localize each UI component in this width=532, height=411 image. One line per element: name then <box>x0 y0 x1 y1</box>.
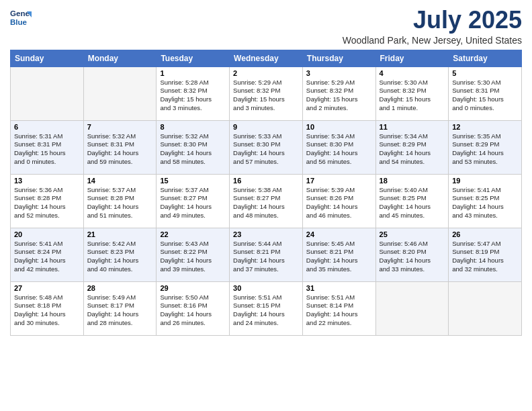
day-info: Sunrise: 5:42 AM Sunset: 8:23 PM Dayligh… <box>87 240 153 274</box>
table-row <box>375 281 449 335</box>
day-info: Sunrise: 5:41 AM Sunset: 8:24 PM Dayligh… <box>14 240 80 274</box>
day-info: Sunrise: 5:30 AM Sunset: 8:31 PM Dayligh… <box>452 79 518 113</box>
day-number: 29 <box>160 284 226 292</box>
day-number: 1 <box>160 69 226 77</box>
col-monday: Monday <box>83 50 157 66</box>
day-info: Sunrise: 5:44 AM Sunset: 8:21 PM Dayligh… <box>233 240 299 274</box>
day-info: Sunrise: 5:49 AM Sunset: 8:17 PM Dayligh… <box>87 293 153 328</box>
day-info: Sunrise: 5:39 AM Sunset: 8:26 PM Dayligh… <box>306 186 372 220</box>
table-row <box>83 66 157 120</box>
day-number: 15 <box>160 177 226 185</box>
calendar-week-row: 20Sunrise: 5:41 AM Sunset: 8:24 PM Dayli… <box>11 228 522 281</box>
day-info: Sunrise: 5:34 AM Sunset: 8:30 PM Dayligh… <box>306 132 372 167</box>
day-number: 6 <box>14 123 80 131</box>
table-row: 15Sunrise: 5:37 AM Sunset: 8:27 PM Dayli… <box>157 174 230 228</box>
table-row: 27Sunrise: 5:48 AM Sunset: 8:18 PM Dayli… <box>11 281 84 335</box>
day-number: 12 <box>452 123 518 131</box>
table-row: 16Sunrise: 5:38 AM Sunset: 8:27 PM Dayli… <box>230 174 303 228</box>
table-row: 18Sunrise: 5:40 AM Sunset: 8:25 PM Dayli… <box>375 174 449 228</box>
title-area: July 2025 Woodland Park, New Jersey, Uni… <box>343 7 522 46</box>
table-row: 9Sunrise: 5:33 AM Sunset: 8:30 PM Daylig… <box>230 120 303 174</box>
table-row <box>449 281 522 335</box>
table-row: 28Sunrise: 5:49 AM Sunset: 8:17 PM Dayli… <box>83 281 157 335</box>
table-row: 1Sunrise: 5:28 AM Sunset: 8:32 PM Daylig… <box>157 66 230 120</box>
col-tuesday: Tuesday <box>157 50 230 66</box>
day-number: 21 <box>87 230 153 238</box>
table-row: 21Sunrise: 5:42 AM Sunset: 8:23 PM Dayli… <box>83 228 157 281</box>
day-number: 7 <box>87 123 153 131</box>
day-info: Sunrise: 5:33 AM Sunset: 8:30 PM Dayligh… <box>233 132 299 167</box>
day-info: Sunrise: 5:43 AM Sunset: 8:22 PM Dayligh… <box>160 240 226 274</box>
calendar-week-row: 1Sunrise: 5:28 AM Sunset: 8:32 PM Daylig… <box>11 66 522 120</box>
day-number: 3 <box>306 69 372 77</box>
day-info: Sunrise: 5:36 AM Sunset: 8:28 PM Dayligh… <box>14 186 80 220</box>
day-number: 14 <box>87 177 153 185</box>
day-number: 27 <box>14 284 80 292</box>
table-row: 31Sunrise: 5:51 AM Sunset: 8:14 PM Dayli… <box>302 281 375 335</box>
day-number: 20 <box>14 230 80 238</box>
day-number: 25 <box>380 230 445 238</box>
day-number: 8 <box>160 123 226 131</box>
day-info: Sunrise: 5:51 AM Sunset: 8:15 PM Dayligh… <box>233 293 299 328</box>
day-number: 9 <box>233 123 299 131</box>
table-row: 8Sunrise: 5:32 AM Sunset: 8:30 PM Daylig… <box>157 120 230 174</box>
day-info: Sunrise: 5:29 AM Sunset: 8:32 PM Dayligh… <box>306 79 372 113</box>
svg-text:Blue: Blue <box>10 18 28 26</box>
logo-icon: General Blue <box>10 7 32 28</box>
day-number: 31 <box>306 284 372 292</box>
day-number: 18 <box>380 177 445 185</box>
table-row: 7Sunrise: 5:32 AM Sunset: 8:31 PM Daylig… <box>83 120 157 174</box>
table-row: 6Sunrise: 5:31 AM Sunset: 8:31 PM Daylig… <box>11 120 84 174</box>
table-row: 22Sunrise: 5:43 AM Sunset: 8:22 PM Dayli… <box>157 228 230 281</box>
day-number: 19 <box>452 177 518 185</box>
day-number: 26 <box>452 230 518 238</box>
day-info: Sunrise: 5:50 AM Sunset: 8:16 PM Dayligh… <box>160 293 226 328</box>
calendar-week-row: 6Sunrise: 5:31 AM Sunset: 8:31 PM Daylig… <box>11 120 522 174</box>
day-info: Sunrise: 5:31 AM Sunset: 8:31 PM Dayligh… <box>14 132 80 167</box>
day-info: Sunrise: 5:30 AM Sunset: 8:32 PM Dayligh… <box>380 79 445 113</box>
day-info: Sunrise: 5:35 AM Sunset: 8:29 PM Dayligh… <box>452 132 518 167</box>
table-row: 4Sunrise: 5:30 AM Sunset: 8:32 PM Daylig… <box>375 66 449 120</box>
table-row: 23Sunrise: 5:44 AM Sunset: 8:21 PM Dayli… <box>230 228 303 281</box>
day-number: 17 <box>306 177 372 185</box>
table-row: 11Sunrise: 5:34 AM Sunset: 8:29 PM Dayli… <box>375 120 449 174</box>
day-info: Sunrise: 5:41 AM Sunset: 8:25 PM Dayligh… <box>452 186 518 220</box>
day-number: 30 <box>233 284 299 292</box>
col-saturday: Saturday <box>449 50 522 66</box>
day-info: Sunrise: 5:29 AM Sunset: 8:32 PM Dayligh… <box>233 79 299 113</box>
day-info: Sunrise: 5:28 AM Sunset: 8:32 PM Dayligh… <box>160 79 226 113</box>
day-number: 13 <box>14 177 80 185</box>
table-row: 24Sunrise: 5:45 AM Sunset: 8:21 PM Dayli… <box>302 228 375 281</box>
day-number: 16 <box>233 177 299 185</box>
col-friday: Friday <box>375 50 449 66</box>
svg-text:General: General <box>10 9 32 17</box>
calendar-week-row: 13Sunrise: 5:36 AM Sunset: 8:28 PM Dayli… <box>11 174 522 228</box>
logo: General Blue <box>10 7 32 28</box>
col-wednesday: Wednesday <box>230 50 303 66</box>
day-info: Sunrise: 5:38 AM Sunset: 8:27 PM Dayligh… <box>233 186 299 220</box>
table-row: 17Sunrise: 5:39 AM Sunset: 8:26 PM Dayli… <box>302 174 375 228</box>
table-row: 29Sunrise: 5:50 AM Sunset: 8:16 PM Dayli… <box>157 281 230 335</box>
day-info: Sunrise: 5:37 AM Sunset: 8:28 PM Dayligh… <box>87 186 153 220</box>
page: General Blue July 2025 Woodland Park, Ne… <box>0 0 532 411</box>
table-row: 19Sunrise: 5:41 AM Sunset: 8:25 PM Dayli… <box>449 174 522 228</box>
day-info: Sunrise: 5:32 AM Sunset: 8:30 PM Dayligh… <box>160 132 226 167</box>
col-thursday: Thursday <box>302 50 375 66</box>
table-row: 30Sunrise: 5:51 AM Sunset: 8:15 PM Dayli… <box>230 281 303 335</box>
day-number: 22 <box>160 230 226 238</box>
day-number: 2 <box>233 69 299 77</box>
table-row: 20Sunrise: 5:41 AM Sunset: 8:24 PM Dayli… <box>11 228 84 281</box>
day-info: Sunrise: 5:51 AM Sunset: 8:14 PM Dayligh… <box>306 293 372 328</box>
table-row: 5Sunrise: 5:30 AM Sunset: 8:31 PM Daylig… <box>449 66 522 120</box>
table-row: 10Sunrise: 5:34 AM Sunset: 8:30 PM Dayli… <box>302 120 375 174</box>
table-row: 13Sunrise: 5:36 AM Sunset: 8:28 PM Dayli… <box>11 174 84 228</box>
table-row <box>11 66 84 120</box>
table-row: 2Sunrise: 5:29 AM Sunset: 8:32 PM Daylig… <box>230 66 303 120</box>
calendar-table: Sunday Monday Tuesday Wednesday Thursday… <box>10 50 522 336</box>
day-info: Sunrise: 5:47 AM Sunset: 8:19 PM Dayligh… <box>452 240 518 274</box>
location: Woodland Park, New Jersey, United States <box>343 35 522 46</box>
day-number: 11 <box>380 123 445 131</box>
day-info: Sunrise: 5:34 AM Sunset: 8:29 PM Dayligh… <box>380 132 445 167</box>
day-info: Sunrise: 5:48 AM Sunset: 8:18 PM Dayligh… <box>14 293 80 328</box>
table-row: 3Sunrise: 5:29 AM Sunset: 8:32 PM Daylig… <box>302 66 375 120</box>
